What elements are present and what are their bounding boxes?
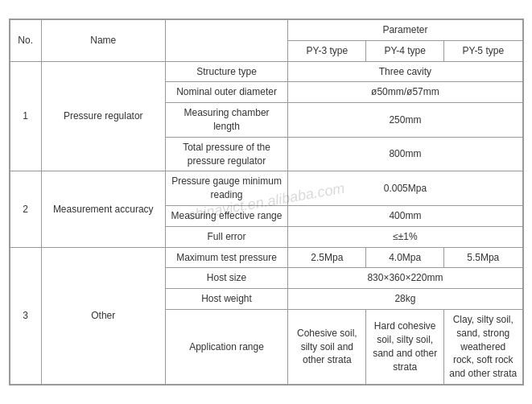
row-category: Pressure regulator [41,61,165,171]
row-py3-value: 2.5Mpa [288,247,366,268]
row-merged-value: 250mm [288,103,522,138]
col-subname [165,20,288,62]
col-py3: PY-3 type [288,40,366,61]
col-parameter: Parameter [288,20,522,41]
row-param-name: Structure type [165,61,288,82]
row-category: Other [41,247,165,384]
row-merged-value: 800mm [288,137,522,171]
row-param-name: Total pressure of the pressure regulator [165,137,288,171]
row-param-name: Measuring chamber length [165,103,288,138]
row-category: Measurement accuracy [41,171,165,247]
row-no: 2 [10,171,41,247]
row-py5-value: Clay, silty soil, sand, strong weathered… [444,309,522,384]
col-no: No. [10,20,41,62]
row-param-name: Nominal outer diameter [165,82,288,103]
row-param-name: Measuring effective range [165,206,288,227]
row-py3-value: Cohesive soil, silty soil and other stra… [288,309,366,384]
row-py4-value: Hard cohesive soil, silty soil, sand and… [366,309,444,384]
row-no: 1 [10,61,41,171]
header-row: No. Name Parameter [10,20,522,41]
row-merged-value: ≤±1% [288,226,522,247]
row-merged-value: ø50mm/ø57mm [288,82,522,103]
row-merged-value: 28kg [288,289,522,310]
row-param-name: Maximum test pressure [165,247,288,268]
table-row: 2Measurement accuracyPressure gauge mini… [10,171,522,206]
spec-table: No. Name Parameter PY-3 type PY-4 type P… [10,19,523,385]
row-merged-value: 0.005Mpa [288,171,522,206]
col-py5: PY-5 type [444,40,522,61]
row-param-name: Host weight [165,289,288,310]
col-py4: PY-4 type [366,40,444,61]
table-row: 1Pressure regulatorStructure typeThree c… [10,61,522,82]
row-merged-value: Three cavity [288,61,522,82]
row-param-name: Full error [165,226,288,247]
spec-table-container: chinavict.en.alibaba.com No. Name Parame… [9,19,524,385]
col-name: Name [41,20,165,62]
row-no: 3 [10,247,41,384]
row-py5-value: 5.5Mpa [444,247,522,268]
row-merged-value: 400mm [288,206,522,227]
row-param-name: Host size [165,268,288,289]
table-row: 3OtherMaximum test pressure2.5Mpa4.0Mpa5… [10,247,522,268]
row-param-name: Application range [165,309,288,384]
row-py4-value: 4.0Mpa [366,247,444,268]
row-merged-value: 830×360×220mm [288,268,522,289]
row-param-name: Pressure gauge minimum reading [165,171,288,206]
